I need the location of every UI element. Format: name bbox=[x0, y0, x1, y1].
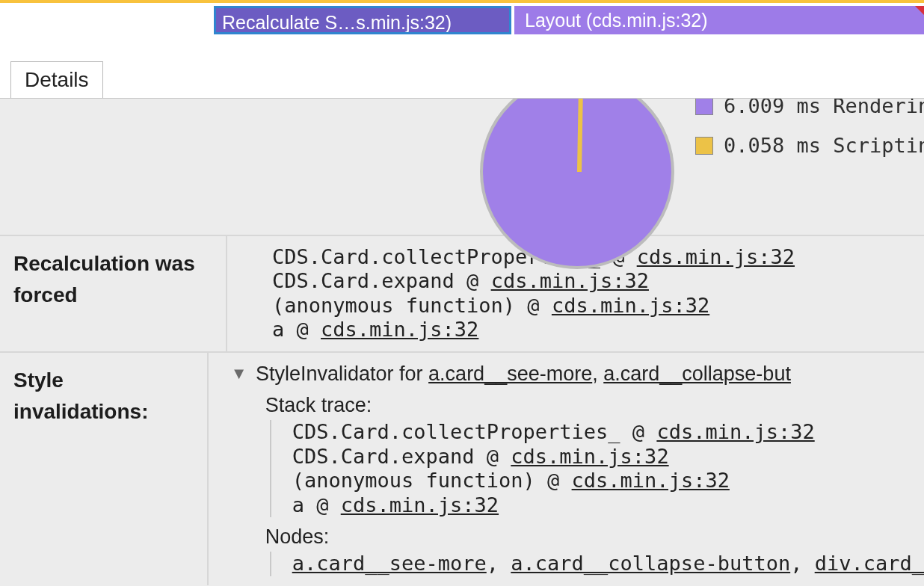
pie-legend: 6.009 ms Rendering (Self) 0.058 ms Scrip… bbox=[695, 99, 924, 173]
selector-link[interactable]: a.card__collapse-but bbox=[603, 363, 791, 385]
stack-fn: a bbox=[292, 493, 304, 516]
stack-fn: CDS.Card.expand bbox=[272, 269, 455, 292]
legend-rendering: 6.009 ms Rendering (Self) bbox=[695, 99, 924, 117]
recalculation-forced-row: Recalculation was forced CDS.Card.collec… bbox=[0, 235, 924, 351]
stack-fn: (anonymous function) bbox=[272, 294, 515, 317]
selector-link[interactable]: a.card__see-more bbox=[428, 363, 592, 385]
nodes-heading: Nodes: bbox=[265, 525, 924, 549]
node-link[interactable]: a.card__collapse-button bbox=[511, 552, 790, 575]
flame-chart[interactable]: Recalculate S…s.min.js:32) Layout (cds.m… bbox=[0, 0, 924, 57]
details-panel: 6.009 ms Rendering (Self) 0.058 ms Scrip… bbox=[0, 99, 924, 586]
source-link[interactable]: cds.min.js:32 bbox=[321, 318, 478, 341]
source-link[interactable]: cds.min.js:32 bbox=[341, 493, 499, 516]
source-link[interactable]: cds.min.js:32 bbox=[511, 445, 668, 468]
stack-fn: a bbox=[272, 318, 284, 341]
node-link[interactable]: div.card_ bbox=[815, 552, 924, 575]
swatch-scripting-icon bbox=[695, 137, 713, 155]
disclosure-triangle-icon[interactable]: ▼ bbox=[231, 364, 247, 383]
style-invalidations-label: Style invalidations: bbox=[0, 353, 207, 585]
swatch-rendering-icon bbox=[695, 99, 713, 115]
legend-scripting-label: 0.058 ms Scripting bbox=[724, 134, 924, 157]
tab-details[interactable]: Details bbox=[10, 61, 103, 98]
legend-rendering-label: 6.009 ms Rendering (Self) bbox=[724, 99, 924, 117]
flame-event-recalculate-style[interactable]: Recalculate S…s.min.js:32) bbox=[214, 6, 511, 34]
invalidator-title: StyleInvalidator for bbox=[256, 363, 428, 385]
stack-fn: CDS.Card.expand bbox=[292, 445, 475, 468]
source-link[interactable]: cds.min.js:32 bbox=[491, 269, 649, 292]
stack-fn: (anonymous function) bbox=[292, 469, 535, 492]
details-tabstrip: Details bbox=[0, 57, 924, 99]
source-link[interactable]: cds.min.js:32 bbox=[656, 420, 814, 443]
stack-trace-heading: Stack trace: bbox=[265, 393, 924, 417]
timing-breakdown-row: 6.009 ms Rendering (Self) 0.058 ms Scrip… bbox=[0, 99, 924, 235]
node-link[interactable]: a.card__see-more bbox=[292, 552, 487, 575]
style-invalidations-row: Style invalidations: ▼ StyleInvalidator … bbox=[0, 351, 924, 585]
stack-fn: CDS.Card.collectProperties_ bbox=[292, 420, 620, 443]
source-link[interactable]: cds.min.js:32 bbox=[552, 294, 709, 317]
flame-event-layout[interactable]: Layout (cds.min.js:32) bbox=[514, 6, 924, 34]
style-invalidations-value: ▼ StyleInvalidator for a.card__see-more,… bbox=[207, 353, 924, 585]
source-link[interactable]: cds.min.js:32 bbox=[572, 469, 730, 492]
legend-scripting: 0.058 ms Scripting bbox=[695, 134, 924, 157]
pie-chart bbox=[480, 99, 674, 269]
recalculation-forced-label: Recalculation was forced bbox=[0, 236, 226, 351]
